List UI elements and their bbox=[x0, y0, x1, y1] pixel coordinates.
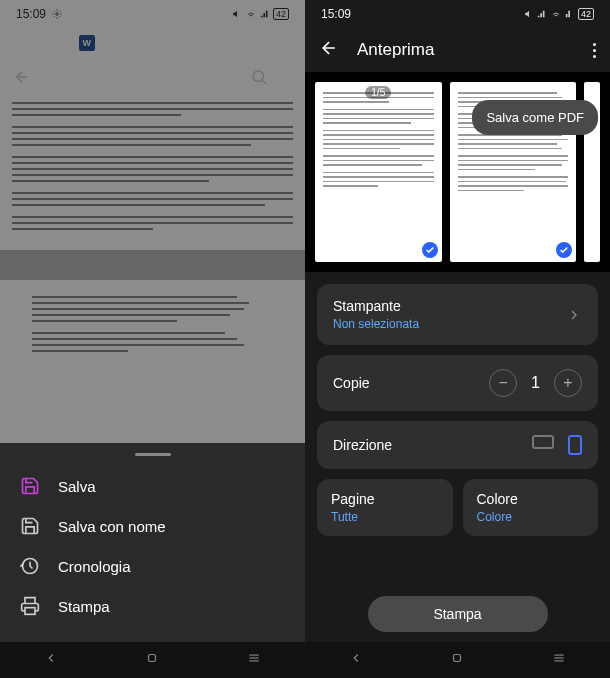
statusbar-right: 15:09 42 bbox=[305, 0, 610, 28]
print-button[interactable]: Stampa bbox=[368, 596, 548, 632]
color-row[interactable]: Colore Colore bbox=[463, 479, 599, 536]
svg-rect-7 bbox=[454, 655, 461, 662]
save-pdf-button[interactable]: Salva come PDF bbox=[472, 100, 598, 135]
copies-label: Copie bbox=[333, 375, 370, 391]
nav-home-r[interactable] bbox=[450, 651, 464, 669]
word-app-panel: 15:09 42 W Documento · Salvato bbox=[0, 0, 305, 678]
print-icon bbox=[20, 596, 40, 616]
copies-increase[interactable]: + bbox=[554, 369, 582, 397]
orientation-portrait[interactable] bbox=[568, 435, 582, 455]
orientation-label: Direzione bbox=[333, 437, 392, 453]
page-indicator: 1/5 bbox=[365, 86, 391, 99]
menu-save-label: Salva bbox=[58, 478, 96, 495]
orientation-row: Direzione bbox=[317, 421, 598, 469]
nav-recents[interactable] bbox=[247, 651, 261, 669]
android-navbar-left bbox=[0, 642, 305, 678]
menu-save-as[interactable]: Salva con nome bbox=[0, 506, 305, 546]
nav-recents-r[interactable] bbox=[552, 651, 566, 669]
svg-rect-3 bbox=[149, 655, 156, 662]
check-icon bbox=[556, 242, 572, 258]
signal-icon bbox=[537, 9, 547, 19]
preview-title: Anteprima bbox=[357, 40, 575, 60]
battery-text-r: 42 bbox=[578, 8, 594, 20]
save-as-icon bbox=[20, 516, 40, 536]
color-label: Colore bbox=[477, 491, 585, 507]
menu-save-as-label: Salva con nome bbox=[58, 518, 166, 535]
back-button-r[interactable] bbox=[319, 38, 339, 62]
printer-label: Stampante bbox=[333, 298, 419, 314]
menu-history-label: Cronologia bbox=[58, 558, 131, 575]
history-icon bbox=[20, 556, 40, 576]
print-preview-panel: 15:09 42 Anteprima Salva come PDF 1/5 bbox=[305, 0, 610, 678]
copies-row: Copie − 1 + bbox=[317, 355, 598, 411]
more-icon-r bbox=[593, 43, 596, 58]
chevron-right-icon bbox=[566, 307, 582, 323]
nav-back[interactable] bbox=[44, 651, 58, 669]
more-button-r[interactable] bbox=[593, 43, 596, 58]
copies-decrease[interactable]: − bbox=[489, 369, 517, 397]
wifi-icon bbox=[550, 9, 562, 19]
pages-label: Pagine bbox=[331, 491, 439, 507]
svg-rect-2 bbox=[25, 608, 35, 615]
copies-stepper: − 1 + bbox=[489, 369, 582, 397]
orientation-landscape[interactable] bbox=[532, 435, 554, 449]
menu-history[interactable]: Cronologia bbox=[0, 546, 305, 586]
menu-print[interactable]: Stampa bbox=[0, 586, 305, 626]
bottom-sheet: Salva Salva con nome Cronologia Stampa bbox=[0, 443, 305, 642]
print-bar: Stampa bbox=[305, 586, 610, 642]
preview-header: Anteprima bbox=[305, 28, 610, 72]
thumbnail-1[interactable]: 1/5 bbox=[315, 82, 442, 262]
back-icon bbox=[319, 38, 339, 58]
print-settings: Stampante Non selezionata Copie − 1 + Di… bbox=[305, 272, 610, 548]
color-value: Colore bbox=[477, 510, 585, 524]
nav-back-r[interactable] bbox=[349, 651, 363, 669]
pages-value: Tutte bbox=[331, 510, 439, 524]
copies-value: 1 bbox=[531, 374, 540, 392]
mute-icon bbox=[524, 9, 534, 19]
sheet-handle[interactable] bbox=[135, 453, 171, 456]
printer-value: Non selezionata bbox=[333, 317, 419, 331]
pages-row[interactable]: Pagine Tutte bbox=[317, 479, 453, 536]
menu-save[interactable]: Salva bbox=[0, 466, 305, 506]
android-navbar-right bbox=[305, 642, 610, 678]
save-icon bbox=[20, 476, 40, 496]
check-icon bbox=[422, 242, 438, 258]
nav-home[interactable] bbox=[145, 651, 159, 669]
statusbar-time-r: 15:09 bbox=[321, 7, 351, 21]
printer-row[interactable]: Stampante Non selezionata bbox=[317, 284, 598, 345]
signal-icon-2 bbox=[565, 9, 575, 19]
menu-print-label: Stampa bbox=[58, 598, 110, 615]
